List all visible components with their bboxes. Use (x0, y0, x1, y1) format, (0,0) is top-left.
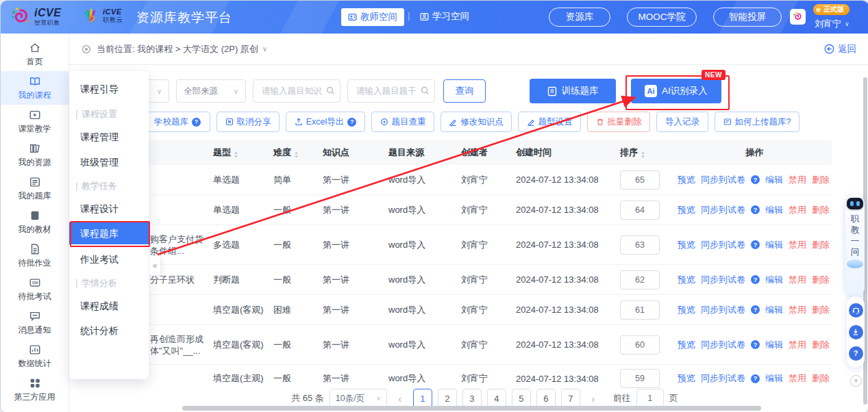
edit-knowledge-button[interactable]: 修改知识点 (441, 112, 512, 132)
sync-to-paper-link[interactable]: 同步到试卷 (701, 304, 745, 316)
page-button-7[interactable]: 7 (561, 389, 580, 408)
import-record-button[interactable]: 导入记录 (656, 112, 708, 132)
nav-student-space[interactable]: 学习空间 (420, 10, 469, 23)
goto-page-input[interactable] (636, 389, 664, 408)
menu-item-homework-exam[interactable]: 作业考试 (69, 248, 149, 270)
help-icon[interactable]: ? (751, 340, 760, 349)
back-button[interactable]: 返回 (824, 43, 856, 55)
preview-link[interactable]: 预览 (678, 339, 695, 351)
sort-order-input[interactable] (620, 369, 660, 388)
disable-link[interactable]: 禁用 (789, 274, 806, 286)
sidebar-item-my-resources[interactable]: 我的资源 (1, 138, 69, 172)
page-button-5[interactable]: 5 (512, 389, 531, 408)
edit-link[interactable]: 编辑 (765, 274, 783, 286)
preview-link[interactable]: 预览 (678, 174, 695, 186)
preview-link[interactable]: 预览 (678, 204, 695, 216)
sidebar-item-my-question-bank[interactable]: 我的题库 (1, 172, 69, 205)
preview-link[interactable]: 预览 (678, 304, 695, 316)
help-button[interactable]: ? (849, 346, 863, 361)
train-bank-button[interactable]: 训练题库 (530, 79, 616, 103)
col-type[interactable]: 题型▲▼ (213, 146, 273, 159)
delete-link[interactable]: 删除 (812, 372, 830, 385)
menu-item-statistical-analysis[interactable]: 统计分析 (69, 320, 149, 342)
sidebar-item-home[interactable]: 首页 (1, 38, 69, 71)
sync-to-paper-link[interactable]: 同步到试卷 (701, 372, 745, 385)
sync-to-paper-link[interactable]: 同步到试卷 (701, 204, 745, 216)
edit-link[interactable]: 编辑 (765, 339, 783, 351)
sync-to-paper-link[interactable]: 同步到试卷 (701, 274, 745, 286)
assistant-widget[interactable]: 职教一问 (845, 194, 865, 297)
menu-item-course-grades[interactable]: 课程成绩 (69, 295, 149, 317)
sidebar-item-messages[interactable]: 消息通知 (1, 306, 69, 339)
sort-order-input[interactable] (620, 235, 660, 255)
source-dropdown[interactable]: 全部来源 ∨ (176, 79, 246, 103)
page-button-2[interactable]: 2 (438, 389, 457, 408)
menu-item-course-guide[interactable]: 课程引导 (69, 78, 149, 100)
sidebar-item-pending-homework[interactable]: 待批作业 (1, 239, 69, 272)
next-page-button[interactable]: › (586, 393, 601, 404)
delete-link[interactable]: 删除 (812, 239, 830, 251)
menu-item-course-design[interactable]: 课程设计 (69, 198, 149, 220)
sort-order-input[interactable] (620, 270, 660, 289)
sidebar-item-pending-exam[interactable]: 100 待批考试 (1, 272, 69, 306)
delete-link[interactable]: 删除 (812, 204, 830, 216)
disable-link[interactable]: 禁用 (789, 204, 806, 216)
ai-recognition-button[interactable]: Ai AI识别录入 (631, 79, 721, 103)
link-mooc-academy[interactable]: MOOC学院 (627, 8, 697, 27)
page-button-4[interactable]: 4 (487, 389, 506, 408)
how-to-upload-button[interactable]: 如何上传题库? (715, 112, 799, 132)
disable-link[interactable]: 禁用 (789, 304, 806, 316)
sync-to-paper-link[interactable]: 同步到试卷 (701, 174, 745, 186)
cancel-share-button[interactable]: 取消分享 (216, 112, 280, 132)
menu-item-class-management[interactable]: 班级管理 (69, 151, 149, 173)
mini-app-logo[interactable] (790, 9, 806, 25)
batch-delete-button[interactable]: 批量删除 (587, 112, 650, 132)
link-resource-library[interactable]: 资源库 (549, 8, 610, 27)
sync-to-paper-link[interactable]: 同步到试卷 (701, 339, 745, 351)
duplicate-check-button[interactable]: 题目查重 (371, 112, 434, 132)
page-size-select[interactable]: 10条/页 ∨ (330, 389, 387, 408)
edit-link[interactable]: 编辑 (765, 204, 783, 216)
query-button[interactable]: 查询 (443, 79, 486, 103)
help-icon[interactable]: ? (751, 175, 760, 184)
delete-link[interactable]: 删除 (812, 274, 830, 286)
sort-order-input[interactable] (620, 170, 660, 190)
user-menu[interactable]: 刘宵宁 ∨ (815, 18, 850, 30)
disable-link[interactable]: 禁用 (789, 339, 806, 351)
disable-link[interactable]: 禁用 (789, 372, 806, 385)
preview-link[interactable]: 预览 (678, 239, 695, 251)
sidebar-item-my-courses[interactable]: 我的课程 (1, 71, 69, 105)
help-icon[interactable]: ? (751, 205, 760, 214)
customer-service-button[interactable] (849, 303, 863, 318)
prev-page-button[interactable]: ‹ (393, 393, 408, 404)
help-icon[interactable]: ? (192, 118, 201, 127)
link-smart-cast[interactable]: 智能投屏 (713, 8, 782, 27)
help-icon[interactable]: ? (751, 240, 760, 249)
type-settings-button[interactable]: 题型设置 (518, 112, 581, 132)
nav-teacher-space[interactable]: 教师空间 (341, 8, 404, 26)
help-icon[interactable]: ? (751, 374, 760, 383)
help-icon[interactable]: ? (751, 305, 760, 314)
preview-link[interactable]: 预览 (678, 274, 695, 286)
edit-link[interactable]: 编辑 (765, 304, 783, 316)
menu-item-course-management[interactable]: 课程管理 (69, 126, 149, 148)
page-button-3[interactable]: 3 (462, 389, 482, 408)
chevron-down-icon[interactable]: ∨ (262, 45, 267, 53)
page-button-1[interactable]: 1 (413, 389, 432, 408)
school-bank-button[interactable]: 学校题库 ? (145, 112, 210, 132)
sort-order-input[interactable] (620, 300, 660, 320)
delete-link[interactable]: 删除 (812, 339, 830, 351)
help-icon[interactable]: ? (751, 275, 760, 284)
sort-order-input[interactable] (620, 201, 660, 220)
sidebar-item-my-textbook[interactable]: 我的教材 (1, 205, 69, 239)
delete-link[interactable]: 删除 (812, 174, 830, 186)
preview-link[interactable]: 预览 (678, 372, 695, 385)
horizontal-scrollbar[interactable] (182, 406, 761, 411)
delete-link[interactable]: 删除 (812, 304, 830, 316)
sync-to-paper-link[interactable]: 同步到试卷 (701, 239, 745, 251)
close-floating-button[interactable]: × (850, 375, 862, 387)
sidebar-item-classroom-teaching[interactable]: 课堂教学 (1, 105, 69, 138)
menu-collapse-button[interactable]: « (149, 255, 161, 276)
edit-link[interactable]: 编辑 (765, 174, 783, 186)
sidebar-item-statistics[interactable]: 数据统计 (1, 339, 69, 373)
